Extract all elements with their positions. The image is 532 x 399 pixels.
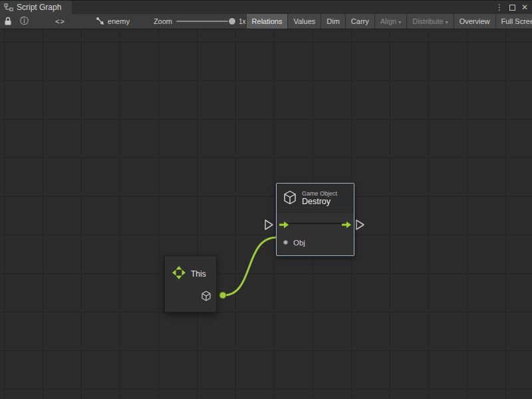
destroy-node-titles: Game Object Destroy [302,190,337,207]
info-icon[interactable]: ⓘ [16,14,33,29]
destroy-node-header: Game Object Destroy [277,184,354,213]
tab-title: Script Graph [17,3,61,12]
wire-this-to-obj[interactable] [223,237,277,295]
graph-tab-icon [4,3,13,11]
script-graph-window: Script Graph ⋮ ✕ ⓘ <> enemy [0,0,532,399]
maximize-icon[interactable] [507,1,517,14]
chevron-down-icon: ▾ [398,19,401,25]
zoom-control: Zoom 1x [154,17,246,25]
flow-separator-line [288,223,342,224]
align-dropdown[interactable]: Align ▾ [374,14,406,29]
code-icon[interactable]: <> [51,14,69,29]
cube-icon [283,190,297,207]
dim-button[interactable]: Dim [321,14,345,29]
cube-icon [201,292,211,303]
this-node-title: This [191,269,206,279]
destroy-flow-row [277,213,354,234]
fullscreen-button[interactable]: Full Screen [495,14,532,29]
values-label: Values [293,17,315,25]
tabbar-spacer [72,1,494,14]
overview-button[interactable]: Overview [454,14,495,29]
graph-canvas[interactable]: This [0,29,532,399]
this-node-output-row[interactable] [201,291,211,304]
carry-label: Carry [351,17,369,25]
zoom-slider[interactable] [176,21,235,22]
distribute-dropdown[interactable]: Distribute ▾ [406,14,453,29]
chevron-down-icon: ▾ [446,19,448,25]
port-this-gameobject-output[interactable] [219,292,226,299]
obj-port-label: Obj [293,239,305,247]
graph-breadcrumb[interactable]: enemy [96,17,130,27]
zoom-slider-knob[interactable] [228,17,236,25]
maximize-box [509,5,515,11]
dim-label: Dim [327,17,340,25]
this-node-header: This [165,256,216,283]
obj-port-dot[interactable] [283,240,288,245]
destroy-obj-row[interactable]: Obj [277,234,354,249]
tab-script-graph[interactable]: Script Graph [0,1,72,14]
flow-out-arrow-icon[interactable] [341,219,352,231]
node-destroy[interactable]: Game Object Destroy O [276,183,354,256]
overview-label: Overview [460,17,490,25]
graph-toolbar: ⓘ <> enemy Zoom 1x Relations [0,14,532,29]
relations-label: Relations [252,17,283,25]
wire-layer [0,29,532,399]
graph-asset-icon [96,17,104,27]
kebab-menu-icon[interactable]: ⋮ [494,1,505,14]
relations-button[interactable]: Relations [246,14,288,29]
fullscreen-label: Full Screen [501,17,532,25]
graph-name: enemy [108,17,130,25]
flow-in-arrow-icon[interactable] [279,219,289,231]
zoom-value: 1x [239,18,246,25]
port-destroy-flow-in-triangle[interactable] [265,220,273,229]
code-glyph: <> [55,17,65,25]
port-destroy-flow-out-triangle[interactable] [356,220,364,229]
carry-button[interactable]: Carry [345,14,374,29]
destroy-node-category: Game Object [302,190,337,197]
values-button[interactable]: Values [287,14,321,29]
node-this[interactable]: This [164,255,217,313]
tab-bar: Script Graph ⋮ ✕ [0,0,532,14]
lock-icon[interactable] [0,14,16,29]
move-arrows-icon [172,265,186,283]
distribute-label: Distribute [412,17,443,25]
zoom-label: Zoom [154,17,172,25]
align-label: Align [380,17,396,25]
destroy-node-title: Destroy [302,197,337,206]
close-icon[interactable]: ✕ [519,1,530,14]
toolbar-buttons: Relations Values Dim Carry Align ▾ Distr… [246,14,532,29]
